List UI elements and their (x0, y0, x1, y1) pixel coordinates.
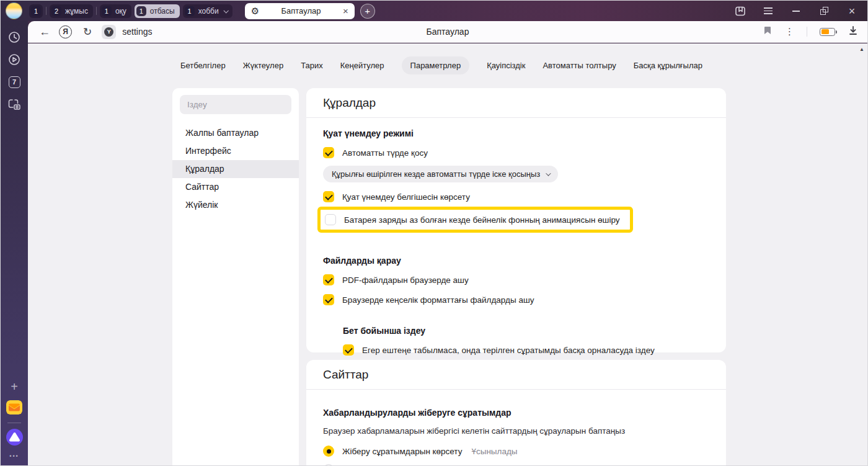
radio-label[interactable]: Жіберу сұратымдарын көрсету (342, 447, 462, 456)
new-tab-button[interactable]: + (360, 4, 375, 19)
browser-toolbar: ← Я ↻ Y settings Баптаулар ⋮ (28, 21, 867, 43)
tab-group-label: оқу (115, 7, 126, 16)
tab-panels-icon[interactable] (735, 6, 746, 17)
sites-card-body: Хабарландыруларды жіберуге сұратымдар Бр… (306, 408, 726, 466)
sites-card-title: Сайттар (306, 360, 726, 390)
settings-sidebar: Жалпы баптаулар Интерфейс Құралдар Сайтт… (172, 88, 299, 465)
tools-card: Құралдар Қуат үнемдеу режимі Автоматты т… (306, 88, 726, 352)
address-bar-url[interactable]: settings (122, 27, 152, 37)
recommended-badge: Ұсынылады (471, 447, 517, 456)
checkbox-label[interactable]: Қуат үнемдеу белгішесін көрсету (342, 192, 470, 202)
tab-group-separator (46, 7, 46, 15)
tab-group-separator (96, 7, 97, 15)
scrollbar-up-icon[interactable]: ▲ (858, 47, 866, 52)
back-icon[interactable]: ← (39, 25, 50, 38)
yandex-logo-icon[interactable]: Я (59, 25, 72, 38)
tab-settings[interactable]: Параметрлер (402, 56, 470, 74)
notifications-section-title: Хабарландыруларды жіберуге сұратымдар (323, 408, 709, 418)
page-title: Баптаулар (28, 27, 867, 37)
checkbox-label[interactable]: Егер ештеңе табылмаса, онда терілген сұр… (362, 346, 655, 355)
checkbox-checked-icon[interactable] (323, 294, 334, 305)
yandex-mail-icon[interactable] (6, 400, 22, 414)
tab-groups: 1 2 жұмыс 1 оқу 1 отбасы 1 хобби (29, 4, 232, 18)
tab-close-icon[interactable]: × (343, 6, 348, 16)
video-icon[interactable] (6, 51, 23, 68)
sidebar-item-general[interactable]: Жалпы баптаулар (172, 124, 299, 142)
tab-group-hobby[interactable]: 1 хобби (183, 4, 232, 18)
tab-group-label: хобби (198, 7, 219, 16)
files-section-title: Файлдарды қарау (323, 256, 709, 266)
toolbar-separator (807, 27, 807, 37)
tab-group-1[interactable]: 1 (29, 4, 43, 18)
screenshot-icon[interactable] (6, 96, 23, 113)
radio-selected-icon[interactable] (323, 446, 334, 457)
tab-autofill[interactable]: Автоматты толтыру (542, 61, 616, 70)
more-icon[interactable]: ••• (9, 453, 19, 459)
refresh-icon[interactable]: ↻ (83, 25, 92, 38)
tab-bookmarks[interactable]: Бетбелгілер (180, 61, 226, 70)
checkbox-checked-icon[interactable] (323, 274, 334, 285)
kebab-menu-icon[interactable]: ⋮ (785, 26, 794, 37)
sidebar-bottom: + ••• (6, 375, 23, 465)
download-icon[interactable] (848, 25, 859, 38)
chevron-down-icon (546, 171, 551, 176)
tab-group-count: 1 (31, 6, 41, 16)
add-panel-icon[interactable]: + (6, 378, 23, 395)
tabs-counter-icon[interactable]: 7 (6, 73, 23, 91)
tab-group-count: 1 (185, 6, 195, 16)
active-tab-settings[interactable]: ⚙ Баптаулар × (245, 3, 355, 19)
sidebar-item-system[interactable]: Жүйелік (172, 196, 299, 214)
page-search-subsection-title: Бет бойынша іздеу (343, 326, 709, 336)
checkbox-label[interactable]: Автоматты түрде қосу (342, 148, 428, 158)
tab-history[interactable]: Тарих (301, 61, 323, 70)
power-mode-dropdown[interactable]: Құрылғы өшірілген кезде автоматты түрде … (323, 166, 558, 182)
tab-extensions[interactable]: Кеңейтулер (340, 61, 384, 70)
minimize-button[interactable] (790, 6, 802, 17)
checkbox-label[interactable]: Браузерде кеңселік форматтағы файлдарды … (342, 295, 534, 305)
checkbox-label[interactable]: Батарея заряды аз болған кезде бейнелік … (344, 215, 620, 225)
sidebar-item-interface[interactable]: Интерфейс (172, 142, 299, 160)
tab-title: Баптаулар (259, 6, 343, 16)
titlebar: 1 2 жұмыс 1 оқу 1 отбасы 1 хобби (1, 1, 868, 21)
page-favicon: Y (102, 25, 116, 39)
alice-assistant-icon[interactable] (6, 429, 23, 446)
history-icon[interactable] (6, 29, 23, 46)
sidebar-divider (7, 423, 21, 423)
checkbox-unchecked-icon[interactable] (325, 214, 336, 225)
tab-group-count: 2 (51, 6, 61, 16)
settings-sidebar-list: Жалпы баптаулар Интерфейс Құралдар Сайтт… (172, 124, 299, 214)
checkbox-row-office: Браузерде кеңселік форматтағы файлдарды … (323, 294, 709, 305)
tab-group-label: отбасы (150, 7, 175, 16)
sidebar-item-sites[interactable]: Сайттар (172, 178, 299, 196)
browser-window: 1 2 жұмыс 1 оқу 1 отбасы 1 хобби (0, 0, 868, 466)
checkbox-checked-icon[interactable] (323, 147, 334, 158)
search-input[interactable] (180, 95, 291, 114)
tab-security[interactable]: Қауіпсіздік (487, 61, 525, 70)
restore-button[interactable] (818, 6, 830, 17)
tab-group-study[interactable]: 1 оқу (100, 4, 131, 18)
dropdown-label: Құрылғы өшірілген кезде автоматты түрде … (332, 169, 540, 179)
tab-other-devices[interactable]: Басқа құрылғылар (634, 61, 702, 70)
checkbox-row-show-icon: Қуат үнемдеу белгішесін көрсету (323, 191, 709, 202)
titlebar-right-controls: × (735, 6, 861, 17)
toolbar-right: ⋮ (763, 25, 859, 38)
bookmark-icon[interactable] (763, 25, 773, 38)
tab-group-work[interactable]: 2 жұмыс (50, 4, 93, 18)
profile-avatar[interactable] (6, 2, 22, 19)
checkbox-label[interactable]: PDF-файлдарын браузерде ашу (342, 276, 469, 285)
checkbox-checked-icon[interactable] (323, 191, 334, 202)
tab-group-count: 1 (102, 6, 112, 16)
sidebar-item-tools[interactable]: Құралдар (172, 160, 299, 178)
tab-group-family-selected[interactable]: 1 отбасы (135, 4, 180, 18)
radio-row-show-requests: Жіберу сұратымдарын көрсету Ұсынылады (323, 446, 709, 457)
tab-downloads[interactable]: Жүктеулер (243, 61, 284, 70)
close-button[interactable]: × (846, 6, 857, 17)
battery-icon[interactable] (820, 28, 835, 36)
power-saving-section-title: Қуат үнемдеу режимі (323, 128, 709, 138)
tab-group-count: 1 (136, 6, 146, 16)
checkbox-checked-icon[interactable] (343, 344, 354, 356)
tools-card-body: Қуат үнемдеу режимі Автоматты түрде қосу… (306, 128, 726, 356)
menu-icon[interactable] (763, 6, 774, 17)
side-panel: 7 + (1, 21, 28, 465)
chevron-down-icon (223, 8, 228, 13)
